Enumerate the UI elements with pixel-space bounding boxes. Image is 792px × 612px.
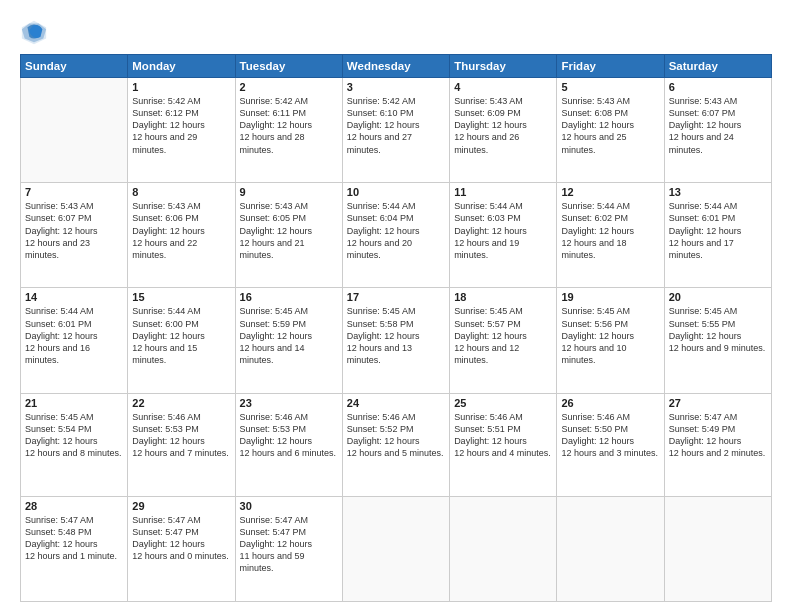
calendar-cell: 12 Sunrise: 5:44 AM Sunset: 6:02 PM Dayl… xyxy=(557,183,664,288)
cell-info: Sunrise: 5:45 AM Sunset: 5:54 PM Dayligh… xyxy=(25,411,123,460)
calendar-row-4: 21 Sunrise: 5:45 AM Sunset: 5:54 PM Dayl… xyxy=(21,393,772,496)
day-number: 7 xyxy=(25,186,123,198)
day-number: 16 xyxy=(240,291,338,303)
day-number: 11 xyxy=(454,186,552,198)
calendar-row-2: 7 Sunrise: 5:43 AM Sunset: 6:07 PM Dayli… xyxy=(21,183,772,288)
day-number: 4 xyxy=(454,81,552,93)
day-number: 24 xyxy=(347,397,445,409)
calendar-cell: 4 Sunrise: 5:43 AM Sunset: 6:09 PM Dayli… xyxy=(450,78,557,183)
cell-info: Sunrise: 5:44 AM Sunset: 6:00 PM Dayligh… xyxy=(132,305,230,366)
calendar-row-1: 1 Sunrise: 5:42 AM Sunset: 6:12 PM Dayli… xyxy=(21,78,772,183)
day-number: 26 xyxy=(561,397,659,409)
day-number: 18 xyxy=(454,291,552,303)
cell-info: Sunrise: 5:43 AM Sunset: 6:05 PM Dayligh… xyxy=(240,200,338,261)
cell-info: Sunrise: 5:43 AM Sunset: 6:07 PM Dayligh… xyxy=(669,95,767,156)
cell-info: Sunrise: 5:45 AM Sunset: 5:55 PM Dayligh… xyxy=(669,305,767,354)
calendar-cell: 30 Sunrise: 5:47 AM Sunset: 5:47 PM Dayl… xyxy=(235,496,342,601)
calendar-cell: 22 Sunrise: 5:46 AM Sunset: 5:53 PM Dayl… xyxy=(128,393,235,496)
calendar-cell: 25 Sunrise: 5:46 AM Sunset: 5:51 PM Dayl… xyxy=(450,393,557,496)
calendar-cell: 5 Sunrise: 5:43 AM Sunset: 6:08 PM Dayli… xyxy=(557,78,664,183)
calendar-row-3: 14 Sunrise: 5:44 AM Sunset: 6:01 PM Dayl… xyxy=(21,288,772,393)
day-number: 2 xyxy=(240,81,338,93)
day-number: 17 xyxy=(347,291,445,303)
cell-info: Sunrise: 5:46 AM Sunset: 5:53 PM Dayligh… xyxy=(132,411,230,460)
cell-info: Sunrise: 5:46 AM Sunset: 5:50 PM Dayligh… xyxy=(561,411,659,460)
day-number: 12 xyxy=(561,186,659,198)
day-number: 3 xyxy=(347,81,445,93)
cell-info: Sunrise: 5:47 AM Sunset: 5:49 PM Dayligh… xyxy=(669,411,767,460)
cell-info: Sunrise: 5:45 AM Sunset: 5:56 PM Dayligh… xyxy=(561,305,659,366)
calendar-cell: 8 Sunrise: 5:43 AM Sunset: 6:06 PM Dayli… xyxy=(128,183,235,288)
cell-info: Sunrise: 5:43 AM Sunset: 6:07 PM Dayligh… xyxy=(25,200,123,261)
day-number: 21 xyxy=(25,397,123,409)
day-number: 8 xyxy=(132,186,230,198)
cell-info: Sunrise: 5:46 AM Sunset: 5:51 PM Dayligh… xyxy=(454,411,552,460)
calendar-cell: 7 Sunrise: 5:43 AM Sunset: 6:07 PM Dayli… xyxy=(21,183,128,288)
calendar-cell: 29 Sunrise: 5:47 AM Sunset: 5:47 PM Dayl… xyxy=(128,496,235,601)
col-header-thursday: Thursday xyxy=(450,55,557,78)
col-header-tuesday: Tuesday xyxy=(235,55,342,78)
calendar-cell xyxy=(450,496,557,601)
cell-info: Sunrise: 5:46 AM Sunset: 5:52 PM Dayligh… xyxy=(347,411,445,460)
calendar-cell xyxy=(21,78,128,183)
calendar-cell: 21 Sunrise: 5:45 AM Sunset: 5:54 PM Dayl… xyxy=(21,393,128,496)
day-number: 30 xyxy=(240,500,338,512)
cell-info: Sunrise: 5:43 AM Sunset: 6:06 PM Dayligh… xyxy=(132,200,230,261)
day-number: 9 xyxy=(240,186,338,198)
cell-info: Sunrise: 5:45 AM Sunset: 5:58 PM Dayligh… xyxy=(347,305,445,366)
col-header-saturday: Saturday xyxy=(664,55,771,78)
calendar-cell: 2 Sunrise: 5:42 AM Sunset: 6:11 PM Dayli… xyxy=(235,78,342,183)
cell-info: Sunrise: 5:44 AM Sunset: 6:02 PM Dayligh… xyxy=(561,200,659,261)
calendar-cell: 3 Sunrise: 5:42 AM Sunset: 6:10 PM Dayli… xyxy=(342,78,449,183)
cell-info: Sunrise: 5:44 AM Sunset: 6:01 PM Dayligh… xyxy=(25,305,123,366)
cell-info: Sunrise: 5:47 AM Sunset: 5:47 PM Dayligh… xyxy=(132,514,230,563)
calendar-cell: 27 Sunrise: 5:47 AM Sunset: 5:49 PM Dayl… xyxy=(664,393,771,496)
calendar-cell: 28 Sunrise: 5:47 AM Sunset: 5:48 PM Dayl… xyxy=(21,496,128,601)
calendar-row-5: 28 Sunrise: 5:47 AM Sunset: 5:48 PM Dayl… xyxy=(21,496,772,601)
day-number: 19 xyxy=(561,291,659,303)
calendar-cell: 20 Sunrise: 5:45 AM Sunset: 5:55 PM Dayl… xyxy=(664,288,771,393)
logo xyxy=(20,18,52,46)
calendar-cell xyxy=(557,496,664,601)
col-header-wednesday: Wednesday xyxy=(342,55,449,78)
logo-icon xyxy=(20,18,48,46)
day-number: 5 xyxy=(561,81,659,93)
col-header-friday: Friday xyxy=(557,55,664,78)
calendar-cell xyxy=(342,496,449,601)
page: SundayMondayTuesdayWednesdayThursdayFrid… xyxy=(0,0,792,612)
calendar-cell: 11 Sunrise: 5:44 AM Sunset: 6:03 PM Dayl… xyxy=(450,183,557,288)
header xyxy=(20,18,772,46)
calendar-header-row: SundayMondayTuesdayWednesdayThursdayFrid… xyxy=(21,55,772,78)
calendar-cell: 19 Sunrise: 5:45 AM Sunset: 5:56 PM Dayl… xyxy=(557,288,664,393)
calendar-cell: 26 Sunrise: 5:46 AM Sunset: 5:50 PM Dayl… xyxy=(557,393,664,496)
cell-info: Sunrise: 5:46 AM Sunset: 5:53 PM Dayligh… xyxy=(240,411,338,460)
calendar-cell: 17 Sunrise: 5:45 AM Sunset: 5:58 PM Dayl… xyxy=(342,288,449,393)
day-number: 27 xyxy=(669,397,767,409)
cell-info: Sunrise: 5:42 AM Sunset: 6:12 PM Dayligh… xyxy=(132,95,230,156)
calendar-cell: 10 Sunrise: 5:44 AM Sunset: 6:04 PM Dayl… xyxy=(342,183,449,288)
calendar-cell xyxy=(664,496,771,601)
cell-info: Sunrise: 5:44 AM Sunset: 6:01 PM Dayligh… xyxy=(669,200,767,261)
day-number: 13 xyxy=(669,186,767,198)
day-number: 1 xyxy=(132,81,230,93)
cell-info: Sunrise: 5:42 AM Sunset: 6:11 PM Dayligh… xyxy=(240,95,338,156)
day-number: 29 xyxy=(132,500,230,512)
day-number: 28 xyxy=(25,500,123,512)
calendar-cell: 6 Sunrise: 5:43 AM Sunset: 6:07 PM Dayli… xyxy=(664,78,771,183)
cell-info: Sunrise: 5:44 AM Sunset: 6:04 PM Dayligh… xyxy=(347,200,445,261)
cell-info: Sunrise: 5:42 AM Sunset: 6:10 PM Dayligh… xyxy=(347,95,445,156)
calendar-cell: 9 Sunrise: 5:43 AM Sunset: 6:05 PM Dayli… xyxy=(235,183,342,288)
calendar-cell: 13 Sunrise: 5:44 AM Sunset: 6:01 PM Dayl… xyxy=(664,183,771,288)
day-number: 20 xyxy=(669,291,767,303)
calendar-cell: 18 Sunrise: 5:45 AM Sunset: 5:57 PM Dayl… xyxy=(450,288,557,393)
calendar-table: SundayMondayTuesdayWednesdayThursdayFrid… xyxy=(20,54,772,602)
day-number: 22 xyxy=(132,397,230,409)
calendar-cell: 14 Sunrise: 5:44 AM Sunset: 6:01 PM Dayl… xyxy=(21,288,128,393)
cell-info: Sunrise: 5:43 AM Sunset: 6:08 PM Dayligh… xyxy=(561,95,659,156)
day-number: 25 xyxy=(454,397,552,409)
calendar-cell: 24 Sunrise: 5:46 AM Sunset: 5:52 PM Dayl… xyxy=(342,393,449,496)
col-header-monday: Monday xyxy=(128,55,235,78)
calendar-cell: 16 Sunrise: 5:45 AM Sunset: 5:59 PM Dayl… xyxy=(235,288,342,393)
cell-info: Sunrise: 5:47 AM Sunset: 5:48 PM Dayligh… xyxy=(25,514,123,563)
cell-info: Sunrise: 5:45 AM Sunset: 5:57 PM Dayligh… xyxy=(454,305,552,366)
